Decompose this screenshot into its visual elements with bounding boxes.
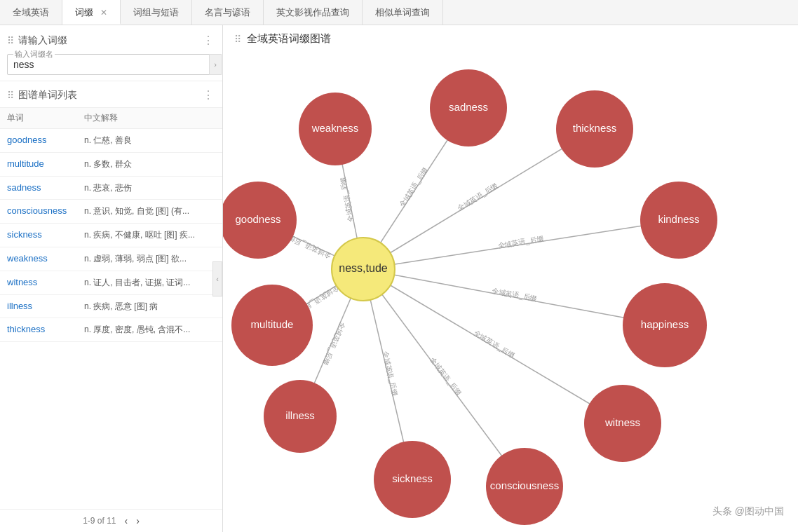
word-name: consciousness [7,205,84,216]
sidebar: ⠿ 请输入词缀 ⋮ 输入词缀名 › ⠿ 图谱单词列表 ⋮ 单词 [0,25,223,532]
svg-text:happiness: happiness [641,318,689,330]
word-name: multitude [7,158,84,169]
expand-arrow-icon[interactable]: › [209,54,222,75]
graph-node[interactable]: kindness [640,182,717,259]
graph-node[interactable]: sickness [374,441,451,518]
column-headers: 单词 中文解释 [0,108,222,129]
list-item[interactable]: sicknessn. 疾病, 不健康, 呕吐 [图] 疾... [0,224,222,247]
pagination: 1-9 of 11 ‹ › [0,509,222,532]
close-tab-icon[interactable]: ✕ [100,8,107,18]
word-def: n. 厚度, 密度, 愚钝, 含混不... [84,324,215,336]
top-nav: 全域英语 词缀 ✕ 词组与短语 名言与谚语 英文影视作品查询 相似单词查询 [0,0,798,25]
graph-node[interactable]: happiness [623,283,707,367]
input-group: 输入词缀名 › [7,54,215,75]
tab-yingwen[interactable]: 英文影视作品查询 [264,0,363,25]
svg-text:witness: witness [604,416,640,428]
list-item[interactable]: sadnessn. 悲哀, 悲伤 [0,177,222,200]
tab-cizu[interactable]: 词组与短语 [121,0,192,25]
svg-text:goodness: goodness [235,213,280,225]
word-def: n. 疾病, 恶意 [图] 病 [84,301,215,313]
graph-drag-icon: ⠿ [234,34,241,45]
word-name: sickness [7,229,84,240]
wordlist-title: ⠿ 图谱单词列表 [7,89,77,102]
wordlist-header: ⠿ 图谱单词列表 ⋮ [0,81,222,108]
svg-text:multitude: multitude [251,318,294,330]
svg-text:全域英语_后缀: 全域英语_后缀 [473,329,516,360]
graph-node[interactable]: thickness [556,90,633,168]
graph-node[interactable]: witness [584,385,661,462]
svg-text:全域英语_后缀: 全域英语_后缀 [456,182,499,212]
tab-cizhui[interactable]: 词缀 ✕ [62,0,121,25]
sidebar-collapse-arrow[interactable]: ‹ [212,261,222,296]
word-def: n. 疾病, 不健康, 呕吐 [图] 疾... [84,229,215,241]
tab-quanyu[interactable]: 全域英语 [0,0,62,25]
graph-title: ⠿ 全域英语词缀图谱 [223,25,798,53]
list-item[interactable]: illnessn. 疾病, 恶意 [图] 病 [0,295,222,319]
next-page-button[interactable]: › [136,515,140,526]
main-layout: ⠿ 请输入词缀 ⋮ 输入词缀名 › ⠿ 图谱单词列表 ⋮ 单词 [0,25,798,532]
graph-node[interactable]: consciousness [486,448,563,525]
list-item[interactable]: goodnessn. 仁慈, 善良 [0,129,222,153]
list-item[interactable]: witnessn. 证人, 目击者, 证据, 证词... [0,271,222,295]
svg-text:全域英语_后缀: 全域英语_后缀 [398,166,430,209]
word-name: sadness [7,182,84,193]
word-list: goodnessn. 仁慈, 善良multituden. 多数, 群众sadne… [0,129,222,509]
graph-svg: 全域英语_后缀全域英语_后缀全域英语_后缀全域英语_后缀全域英语_后缀全域英语_… [223,53,798,528]
word-name: goodness [7,135,84,145]
wordlist-menu-button[interactable]: ⋮ [203,88,215,102]
svg-text:kindness: kindness [658,213,699,225]
word-def: n. 多数, 群众 [84,158,215,170]
list-item[interactable]: multituden. 多数, 群众 [0,153,222,177]
search-section: ⠿ 请输入词缀 ⋮ 输入词缀名 › [0,25,222,81]
svg-text:sickness: sickness [392,472,433,484]
wordlist-section: ⠿ 图谱单词列表 ⋮ 单词 中文解释 goodnessn. 仁慈, 善良mult… [0,81,222,532]
word-def: n. 悲哀, 悲伤 [84,182,215,194]
word-name: thickness [7,324,84,334]
word-def: n. 虚弱, 薄弱, 弱点 [图] 欲... [84,253,215,265]
prev-page-button[interactable]: ‹ [125,515,128,526]
word-name: illness [7,301,84,311]
input-label: 输入词缀名 [13,49,55,60]
wordlist-drag-icon: ⠿ [7,90,14,101]
svg-text:ness,tude: ness,tude [339,262,387,274]
svg-text:全域英语_后缀: 全域英语_后缀 [429,355,463,397]
graph-node[interactable]: illness [264,380,337,453]
svg-text:全域英语_后缀: 全域英语_后缀 [491,287,537,303]
svg-text:全域英语_后缀: 全域英语_后缀 [321,321,346,367]
svg-text:全域英语_后缀: 全域英语_后缀 [497,235,543,250]
list-item[interactable]: weaknessn. 虚弱, 薄弱, 弱点 [图] 欲... [0,247,222,271]
tab-minyan[interactable]: 名言与谚语 [192,0,264,25]
list-item[interactable]: consciousnessn. 意识, 知觉, 自觉 [图] (有... [0,200,222,224]
graph-node[interactable]: weakness [299,93,372,165]
search-menu-button[interactable]: ⋮ [203,34,215,47]
center-node[interactable]: ness,tude [332,238,395,301]
col-header-def: 中文解释 [84,112,215,124]
graph-node[interactable]: multitude [231,285,313,366]
list-item[interactable]: thicknessn. 厚度, 密度, 愚钝, 含混不... [0,318,222,342]
word-name: weakness [7,253,84,264]
search-title: ⠿ 请输入词缀 [7,34,67,47]
svg-text:weakness: weakness [311,122,359,134]
graph-area[interactable]: 全域英语_后缀全域英语_后缀全域英语_后缀全域英语_后缀全域英语_后缀全域英语_… [223,53,798,528]
search-header: ⠿ 请输入词缀 ⋮ [7,34,215,47]
pagination-text: 1-9 of 11 [83,516,116,526]
word-def: n. 仁慈, 善良 [84,135,215,146]
watermark: 头条 @图动中国 [712,505,784,518]
svg-text:illness: illness [285,409,315,421]
svg-text:全域英语_后缀: 全域英语_后缀 [381,350,400,397]
svg-text:consciousness: consciousness [490,479,559,491]
word-name: witness [7,277,84,287]
word-def: n. 意识, 知觉, 自觉 [图] (有... [84,205,215,217]
graph-node[interactable]: goodness [223,182,297,259]
drag-icon: ⠿ [7,35,14,46]
tab-xiansi[interactable]: 相似单词查询 [363,0,443,25]
svg-text:全域英语_后缀: 全域英语_后缀 [339,176,356,222]
graph-node[interactable]: sadness [430,69,507,146]
svg-text:全域英语_后缀: 全域英语_后缀 [287,233,332,260]
word-def: n. 证人, 目击者, 证据, 证词... [84,277,215,289]
col-header-word: 单词 [7,112,84,124]
svg-text:sadness: sadness [449,101,488,113]
svg-text:thickness: thickness [573,122,617,134]
right-content: ⠿ 全域英语词缀图谱 全域英语_后缀全域英语_后缀全域英语_后缀全域英语_后缀全… [223,25,798,532]
